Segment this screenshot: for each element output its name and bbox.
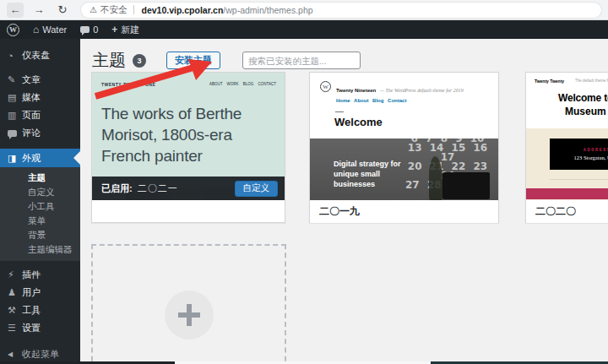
submenu-item-background[interactable]: 背景 bbox=[0, 228, 80, 242]
plugins-icon: ⚡ bbox=[8, 269, 22, 280]
theme-name-bar: 二〇二〇 bbox=[526, 200, 608, 223]
preview-beige-section: ADDRESS 123 Storgatan, Umeå bbox=[526, 128, 608, 200]
home-icon: ⌂ bbox=[33, 24, 39, 35]
plus-icon: + bbox=[111, 24, 117, 35]
preview-heading: The works of Berthe Morisot, 1800s-era F… bbox=[101, 103, 274, 166]
sidebar-item-dashboard[interactable]: ◔ 仪表盘 bbox=[0, 46, 80, 64]
theme-card-twenty-nineteen[interactable]: W Twenty Nineteen — The WordPress defaul… bbox=[309, 72, 499, 223]
screenshot-root: ← → ↻ ⚠ 不安全 dev10.vip.cpolar.cn /wp-admi… bbox=[0, 0, 608, 364]
url-path: /wp-admin/themes.php bbox=[223, 5, 312, 15]
preview-header-area: Twenty Twenty The default theme for 2020… bbox=[526, 73, 608, 128]
preview-nav: Home About Blog Contact bbox=[336, 98, 464, 103]
sidebar-label: 页面 bbox=[22, 109, 41, 122]
preview-site-title: Twenty Twenty bbox=[535, 79, 564, 84]
comments-menu[interactable]: 0 bbox=[80, 24, 98, 35]
site-name-label: Water bbox=[42, 24, 67, 35]
comment-bubble-icon bbox=[80, 26, 90, 33]
accent-bar bbox=[526, 188, 608, 199]
themes-page-content: 主题 3 安装主题 TWENTY TWENTY-ONE ABOUT WORK B… bbox=[80, 39, 608, 364]
not-secure-warning-icon: ⚠ bbox=[90, 5, 97, 14]
forward-icon: → bbox=[34, 3, 45, 16]
submenu-label: 菜单 bbox=[28, 215, 46, 227]
browser-back-button[interactable]: ← bbox=[7, 3, 24, 18]
address-bar[interactable]: ⚠ 不安全 dev10.vip.cpolar.cn /wp-admin/them… bbox=[81, 3, 601, 18]
add-theme-plus-icon bbox=[165, 291, 214, 340]
theme-preview-twenty-nineteen: W Twenty Nineteen — The WordPress defaul… bbox=[310, 73, 498, 200]
sidebar-label: 用户 bbox=[22, 286, 41, 299]
submenu-item-customize[interactable]: 自定义 bbox=[0, 185, 80, 199]
submenu-label: 背景 bbox=[28, 230, 46, 242]
sidebar-item-collapse-menu[interactable]: ◀ 收起菜单 bbox=[0, 345, 80, 363]
sidebar-item-posts[interactable]: ✎ 文章 bbox=[0, 71, 80, 89]
preview-heading: Welcome bbox=[334, 116, 383, 128]
browser-forward-button[interactable]: → bbox=[30, 3, 47, 18]
submenu-item-widgets[interactable]: 小工具 bbox=[0, 199, 80, 214]
media-icon: ▤ bbox=[8, 92, 22, 103]
sidebar-item-appearance[interactable]: ◨ 外观 bbox=[0, 149, 80, 167]
preview-photo: 6 7 8 9 10 13 14 15 16 17 20 21 22 23 24… bbox=[310, 139, 498, 200]
theme-name-bar: 二〇一九 bbox=[310, 200, 498, 223]
preview-divider bbox=[335, 111, 344, 112]
address-label: ADDRESS bbox=[584, 148, 608, 152]
sidebar-label: 仪表盘 bbox=[22, 49, 50, 62]
wp-logo-menu[interactable]: W bbox=[7, 24, 19, 36]
preview-header: W Twenty Nineteen — The WordPress defaul… bbox=[320, 80, 464, 103]
theme-count-badge: 3 bbox=[133, 54, 146, 68]
theme-name: 二〇一九 bbox=[319, 204, 360, 219]
wordpress-circle-logo-icon: W bbox=[320, 81, 331, 92]
sidebar-label: 媒体 bbox=[22, 91, 41, 104]
wp-admin-bar: W ⌂ Water 0 + 新建 bbox=[0, 20, 608, 39]
browser-refresh-button[interactable]: ↻ bbox=[54, 3, 71, 18]
theme-preview-twenty-twenty: Twenty Twenty The default theme for 2020… bbox=[526, 73, 608, 200]
sidebar-label: 文章 bbox=[22, 73, 41, 86]
theme-name: 二〇二〇 bbox=[535, 204, 576, 219]
preview-site-title: Twenty Nineteen bbox=[336, 88, 376, 93]
comments-icon bbox=[8, 128, 22, 139]
pages-icon: ▥ bbox=[8, 110, 22, 121]
sidebar-label: 评论 bbox=[22, 127, 41, 139]
install-theme-button[interactable]: 安装主题 bbox=[166, 52, 220, 69]
preview-tagline: — The WordPress default theme for 2019 bbox=[380, 88, 464, 93]
url-host: dev10.vip.cpolar.cn bbox=[141, 5, 223, 15]
submenu-label: 主题编辑器 bbox=[28, 244, 73, 256]
preview-divider bbox=[550, 179, 608, 180]
submenu-item-theme-editor[interactable]: 主题编辑器 bbox=[0, 242, 80, 257]
sidebar-item-media[interactable]: ▤ 媒体 bbox=[0, 89, 80, 106]
site-name-menu[interactable]: ⌂ Water bbox=[33, 24, 67, 35]
sidebar-item-pages[interactable]: ▥ 页面 bbox=[0, 106, 80, 124]
sidebar-label: 收起菜单 bbox=[22, 348, 59, 361]
collapse-icon: ◀ bbox=[8, 350, 22, 358]
add-new-theme-card[interactable] bbox=[91, 244, 286, 364]
page-header: 主题 3 安装主题 bbox=[92, 49, 361, 72]
preview-photo-caption: Digital strategy for unique small busine… bbox=[334, 159, 415, 189]
address-box: ADDRESS 123 Storgatan, Umeå bbox=[550, 139, 608, 170]
preview-site-title: TWENTY TWENTY-ONE bbox=[101, 82, 155, 87]
page-title: 主题 bbox=[92, 49, 126, 72]
preview-heading-line1: Welcome to bbox=[558, 92, 608, 104]
preview-tagline: The default theme for 2020 bbox=[575, 79, 608, 83]
settings-icon: ☰ bbox=[8, 323, 22, 334]
sidebar-item-users[interactable]: ♟ 用户 bbox=[0, 284, 80, 302]
sidebar-item-plugins[interactable]: ⚡ 插件 bbox=[0, 266, 80, 284]
sidebar-item-tools[interactable]: ⚒ 工具 bbox=[0, 302, 80, 319]
search-themes-input[interactable] bbox=[242, 52, 361, 69]
theme-preview-twenty-twenty-one: TWENTY TWENTY-ONE ABOUT WORK BLOG CONTAC… bbox=[92, 73, 285, 200]
submenu-item-themes[interactable]: 主题 bbox=[0, 171, 80, 185]
customize-button[interactable]: 自定义 bbox=[235, 181, 279, 197]
sidebar-item-comments[interactable]: 评论 bbox=[0, 124, 80, 142]
dashboard-icon: ◔ bbox=[8, 51, 22, 61]
sidebar-item-settings[interactable]: ☰ 设置 bbox=[0, 319, 80, 337]
submenu-label: 小工具 bbox=[28, 201, 55, 213]
new-content-menu[interactable]: + 新建 bbox=[111, 24, 139, 36]
back-icon: ← bbox=[10, 3, 21, 16]
appearance-icon: ◨ bbox=[8, 153, 22, 164]
appearance-submenu: 主题 自定义 小工具 菜单 背景 主题编辑器 bbox=[0, 167, 80, 261]
theme-card-twenty-twenty-one[interactable]: TWENTY TWENTY-ONE ABOUT WORK BLOG CONTAC… bbox=[91, 72, 285, 223]
posts-icon: ✎ bbox=[8, 74, 22, 85]
active-status-label: 已启用: bbox=[101, 182, 133, 195]
sidebar-label: 工具 bbox=[22, 304, 41, 317]
new-label: 新建 bbox=[121, 24, 139, 36]
admin-sidebar: ◔ 仪表盘 ✎ 文章 ▤ 媒体 ▥ 页面 评论 ◨ 外观 主题 自定义 小工具 bbox=[0, 39, 80, 364]
submenu-item-menus[interactable]: 菜单 bbox=[0, 214, 80, 228]
theme-card-twenty-twenty[interactable]: Twenty Twenty The default theme for 2020… bbox=[525, 72, 608, 223]
